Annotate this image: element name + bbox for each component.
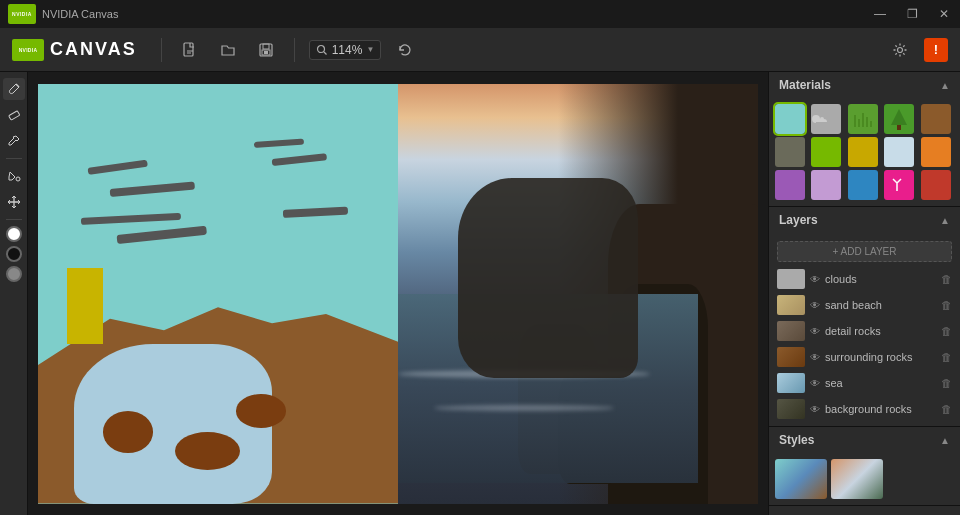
move-tool-button[interactable] <box>3 191 25 213</box>
layers-header[interactable]: Layers ▲ <box>769 207 960 233</box>
material-flower[interactable] <box>848 137 878 167</box>
layer-item-sand-beach[interactable]: 👁 sand beach 🗑 <box>769 292 960 318</box>
brush-stroke-3 <box>81 213 181 225</box>
wood-material-icon <box>922 105 950 133</box>
zoom-level: 114% <box>332 43 363 57</box>
styles-header[interactable]: Styles ▲ <box>769 427 960 453</box>
layer-thumb-clouds <box>777 269 805 289</box>
tree-material-icon <box>885 105 913 133</box>
material-snow[interactable] <box>884 137 914 167</box>
settings-button[interactable] <box>886 36 914 64</box>
svg-rect-24 <box>885 171 913 199</box>
add-layer-button[interactable]: + ADD LAYER <box>777 241 952 262</box>
layer-visibility-clouds-icon[interactable]: 👁 <box>810 274 820 285</box>
material-teal[interactable] <box>848 170 878 200</box>
layer-name-sand-beach: sand beach <box>825 299 936 311</box>
save-file-icon <box>258 42 274 58</box>
canvas-area <box>28 72 768 515</box>
sketch-canvas[interactable] <box>38 84 398 504</box>
save-file-button[interactable] <box>252 36 280 64</box>
add-layer-label: + ADD LAYER <box>832 246 896 257</box>
svg-rect-0 <box>184 43 193 56</box>
layer-visibility-sea-icon[interactable]: 👁 <box>810 378 820 389</box>
tool-separator-1 <box>6 158 22 159</box>
layer-visibility-surrounding-icon[interactable]: 👁 <box>810 352 820 363</box>
svg-rect-21 <box>776 171 804 199</box>
styles-label: Styles <box>779 433 814 447</box>
grass-material-icon <box>849 105 877 133</box>
svg-rect-16 <box>776 138 804 166</box>
layer-visibility-detail-rocks-icon[interactable]: 👁 <box>810 326 820 337</box>
material-magenta[interactable] <box>921 170 951 200</box>
new-file-button[interactable] <box>176 36 204 64</box>
svg-rect-18 <box>849 138 877 166</box>
titlebar-app-name: NVIDIA Canvas <box>42 8 118 20</box>
color-black-button[interactable] <box>6 246 22 262</box>
styles-chevron-icon: ▲ <box>940 435 950 446</box>
brush-tool-button[interactable] <box>3 78 25 100</box>
main-toolbar: NVIDIA CANVAS <box>0 28 960 72</box>
materials-header[interactable]: Materials ▲ <box>769 72 960 98</box>
material-plant[interactable] <box>811 137 841 167</box>
svg-rect-25 <box>922 171 950 199</box>
purple-material-icon <box>776 171 804 199</box>
close-button[interactable]: ✕ <box>936 7 952 21</box>
layer-item-surrounding-rocks[interactable]: 👁 surrounding rocks 🗑 <box>769 344 960 370</box>
brush-stroke-4 <box>117 225 207 243</box>
undo-button[interactable] <box>391 36 419 64</box>
layers-content: + ADD LAYER 👁 clouds 🗑 👁 sand beach <box>769 233 960 426</box>
styles-section: Styles ▲ <box>769 427 960 506</box>
layer-visibility-sand-icon[interactable]: 👁 <box>810 300 820 311</box>
layer-delete-detail-rocks-icon[interactable]: 🗑 <box>941 325 952 337</box>
zoom-control[interactable]: 114% ▼ <box>309 40 382 60</box>
layer-item-clouds[interactable]: 👁 clouds 🗑 <box>769 266 960 292</box>
layer-item-detail-rocks[interactable]: 👁 detail rocks 🗑 <box>769 318 960 344</box>
svg-point-6 <box>898 47 903 52</box>
material-clouds[interactable] <box>811 104 841 134</box>
material-sky[interactable] <box>775 104 805 134</box>
restore-button[interactable]: ❐ <box>904 7 920 21</box>
layer-item-background-rocks[interactable]: 👁 background rocks 🗑 <box>769 396 960 422</box>
magenta-material-icon <box>922 171 950 199</box>
alert-label: ! <box>934 42 938 57</box>
styles-content <box>769 453 960 505</box>
layer-item-sea[interactable]: 👁 sea 🗑 <box>769 370 960 396</box>
layer-delete-clouds-icon[interactable]: 🗑 <box>941 273 952 285</box>
color-gray-button[interactable] <box>6 266 22 282</box>
material-purple[interactable] <box>775 170 805 200</box>
layers-label: Layers <box>779 213 818 227</box>
layer-thumb-sand-beach <box>777 295 805 315</box>
material-orange[interactable] <box>921 137 951 167</box>
layer-delete-sand-icon[interactable]: 🗑 <box>941 299 952 311</box>
pink-material-icon <box>885 171 913 199</box>
style-thumb-1[interactable] <box>775 459 827 499</box>
sketch-patch-2 <box>175 432 240 470</box>
layer-delete-surrounding-icon[interactable]: 🗑 <box>941 351 952 363</box>
alert-button[interactable]: ! <box>924 38 948 62</box>
eraser-tool-button[interactable] <box>3 104 25 126</box>
material-rock[interactable] <box>775 137 805 167</box>
material-grass[interactable] <box>848 104 878 134</box>
brush-stroke-5 <box>254 139 304 148</box>
flower-material-icon <box>849 138 877 166</box>
material-wood[interactable] <box>921 104 951 134</box>
nvidia-logo-icon: NVIDIA <box>8 4 36 24</box>
layer-delete-bg-rocks-icon[interactable]: 🗑 <box>941 403 952 415</box>
titlebar-controls: — ❐ ✕ <box>872 7 952 21</box>
color-white-button[interactable] <box>6 226 22 242</box>
open-file-button[interactable] <box>214 36 242 64</box>
eyedropper-tool-button[interactable] <box>3 130 25 152</box>
svg-rect-2 <box>263 44 269 49</box>
fill-tool-button[interactable] <box>3 165 25 187</box>
minimize-button[interactable]: — <box>872 7 888 21</box>
layers-section: Layers ▲ + ADD LAYER 👁 clouds 🗑 <box>769 207 960 427</box>
layer-visibility-bg-rocks-icon[interactable]: 👁 <box>810 404 820 415</box>
material-tree[interactable] <box>884 104 914 134</box>
snow-material-icon <box>885 138 913 166</box>
svg-rect-9 <box>776 105 804 133</box>
material-pink[interactable] <box>884 170 914 200</box>
layer-thumb-background-rocks <box>777 399 805 419</box>
style-thumb-2[interactable] <box>831 459 883 499</box>
layer-delete-sea-icon[interactable]: 🗑 <box>941 377 952 389</box>
material-lavender[interactable] <box>811 170 841 200</box>
